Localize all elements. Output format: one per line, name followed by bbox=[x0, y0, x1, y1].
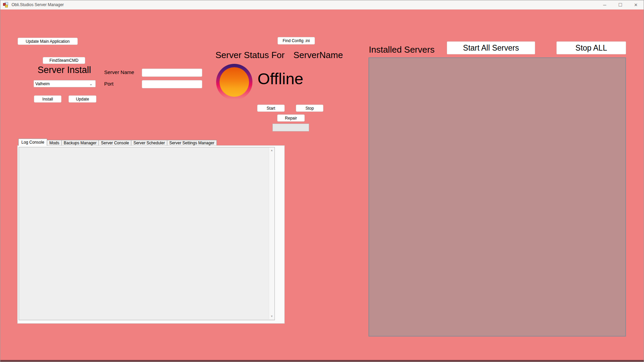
stop-all-button[interactable]: Stop ALL bbox=[556, 41, 626, 54]
server-status-heading: Server Status For ServerName bbox=[215, 50, 343, 60]
close-button[interactable]: ✕ bbox=[628, 0, 644, 9]
progress-bar bbox=[272, 124, 309, 131]
close-icon: ✕ bbox=[634, 2, 638, 7]
port-label: Port bbox=[104, 81, 114, 87]
server-status-title: Server Status For bbox=[215, 50, 285, 60]
app-window: Obli.Studios Server Manager ─ ☐ ✕ Update… bbox=[0, 0, 644, 362]
server-install-title: Server Install bbox=[33, 65, 96, 75]
status-indicator-core bbox=[220, 67, 249, 97]
log-scrollbar[interactable]: ▲ ▼ bbox=[269, 147, 274, 319]
server-name-input[interactable] bbox=[142, 69, 202, 77]
server-name-label: Server Name bbox=[104, 69, 134, 75]
start-all-servers-button[interactable]: Start All Servers bbox=[447, 41, 535, 54]
install-button[interactable]: Install bbox=[34, 95, 61, 103]
game-select[interactable]: Valheim ⌄ bbox=[34, 80, 96, 87]
repair-button[interactable]: Repair bbox=[277, 114, 305, 122]
chevron-down-icon: ⌄ bbox=[89, 83, 93, 85]
installed-servers-title: Installed Servers bbox=[369, 44, 435, 55]
update-main-application-button[interactable]: Update Main Application bbox=[18, 38, 78, 45]
tab-log-console[interactable]: Log Console bbox=[18, 139, 47, 146]
window-title: Obli.Studios Server Manager bbox=[12, 2, 64, 7]
maximize-icon: ☐ bbox=[618, 2, 622, 7]
tab-server-scheduler[interactable]: Server Scheduler bbox=[131, 140, 167, 146]
maximize-button[interactable]: ☐ bbox=[612, 0, 628, 9]
find-steamcmd-button[interactable]: FindSteamCMD bbox=[43, 57, 85, 64]
tab-page-log-console: ▲ ▼ bbox=[17, 145, 285, 324]
minimize-button[interactable]: ─ bbox=[597, 0, 612, 9]
installed-servers-list[interactable] bbox=[368, 57, 626, 337]
port-input[interactable] bbox=[142, 80, 202, 88]
status-indicator bbox=[216, 64, 252, 100]
scroll-down-icon[interactable]: ▼ bbox=[269, 313, 274, 319]
tab-server-console[interactable]: Server Console bbox=[99, 140, 131, 146]
tab-server-settings-manager[interactable]: Server Settings Manager bbox=[167, 140, 217, 146]
tab-backups-manager[interactable]: Backups Manager bbox=[62, 140, 99, 146]
window-controls: ─ ☐ ✕ bbox=[597, 0, 644, 9]
app-icon bbox=[3, 2, 8, 7]
tab-strip: Log Console Mods Backups Manager Server … bbox=[18, 139, 217, 146]
start-button[interactable]: Start bbox=[257, 105, 285, 112]
scroll-up-icon[interactable]: ▲ bbox=[269, 147, 274, 153]
status-text: Offline bbox=[258, 69, 303, 88]
update-button[interactable]: Update bbox=[69, 95, 96, 103]
stop-button[interactable]: Stop bbox=[296, 105, 323, 112]
server-status-name: ServerName bbox=[293, 50, 343, 60]
log-console-output[interactable] bbox=[19, 147, 275, 320]
find-config-button[interactable]: Find Config .ini bbox=[278, 37, 315, 44]
window-bottom-edge bbox=[0, 360, 644, 362]
minimize-icon: ─ bbox=[603, 2, 606, 7]
game-select-value: Valheim bbox=[35, 82, 50, 86]
title-bar: Obli.Studios Server Manager ─ ☐ ✕ bbox=[0, 0, 644, 10]
tab-mods[interactable]: Mods bbox=[47, 140, 61, 146]
